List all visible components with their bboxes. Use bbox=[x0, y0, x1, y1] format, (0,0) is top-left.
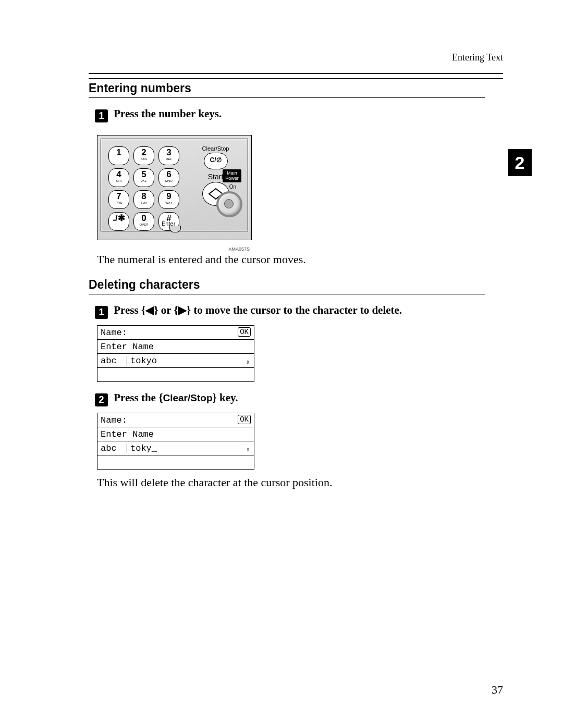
lcd-panel-2: Name: OK Enter Name abc toky_ ⇧ bbox=[97, 413, 254, 470]
shift-icon: ⇧ bbox=[246, 446, 250, 453]
step-badge-icon: 2 bbox=[95, 393, 108, 406]
keypad-bezel: 12ABC3DEF4GHI5JKL6MNO7PRS8TUV9WXY./✱0OPE… bbox=[101, 139, 248, 231]
lcd2-title: Name: bbox=[101, 415, 127, 425]
rule-top-thin bbox=[89, 78, 503, 79]
lcd2-row2: Enter Name bbox=[97, 427, 254, 441]
lcd1-value: tokyo bbox=[127, 356, 251, 366]
step2-2-post: key. bbox=[217, 391, 238, 404]
lcd2-row3: abc toky_ ⇧ bbox=[97, 441, 254, 455]
arrow-right-icon: ▶ bbox=[178, 304, 187, 316]
lcd1-row3: abc tokyo ⇧ bbox=[97, 354, 254, 368]
keypad-key: 6MNO bbox=[158, 168, 179, 187]
keypad-key: 1 bbox=[108, 146, 129, 165]
keypad-right-column: Clear/Stop C/∅ Start MainPower On bbox=[190, 145, 241, 226]
step2-1-post: to move the cursor to the character to d… bbox=[191, 304, 402, 316]
step-badge-icon: 1 bbox=[95, 109, 108, 122]
ok-badge: OK bbox=[238, 415, 251, 424]
lcd1-row2: Enter Name bbox=[97, 340, 254, 354]
lcd2-mode: abc bbox=[101, 443, 127, 453]
keypad-figure-wrap: 12ABC3DEF4GHI5JKL6MNO7PRS8TUV9WXY./✱0OPE… bbox=[89, 129, 252, 244]
lcd1-prompt: Enter Name bbox=[101, 342, 154, 352]
left-key-bracket: { bbox=[141, 304, 145, 316]
right-key-bracket: { bbox=[174, 304, 178, 316]
keypad-key: ./✱ bbox=[108, 212, 129, 231]
step-2-2: 2 Press the {Clear/Stop} key. bbox=[95, 391, 503, 406]
power-dial-icon bbox=[216, 191, 242, 217]
step-badge-icon: 1 bbox=[95, 306, 108, 319]
content: Entering numbers 1 Press the number keys… bbox=[89, 81, 503, 489]
arrow-left-icon: ◀ bbox=[145, 304, 154, 316]
running-head: Entering Text bbox=[452, 52, 503, 63]
rule-top-thick bbox=[89, 73, 503, 74]
step2-1-pre: Press bbox=[114, 304, 141, 316]
lcd1-title: Name: bbox=[101, 328, 127, 338]
figure-code: AMA057S bbox=[228, 246, 250, 252]
number-pad: 12ABC3DEF4GHI5JKL6MNO7PRS8TUV9WXY./✱0OPE… bbox=[108, 146, 184, 231]
lcd2-row1: Name: OK bbox=[97, 413, 254, 427]
step2-2-pre: Press the bbox=[114, 391, 158, 404]
step-2-1: 1 Press {◀} or {▶} to move the cursor to… bbox=[95, 304, 503, 319]
chapter-tab: 2 bbox=[508, 149, 532, 176]
lcd2-prompt: Enter Name bbox=[101, 429, 154, 439]
lcd2-value: toky_ bbox=[127, 443, 251, 453]
main-power-badge: MainPower bbox=[223, 169, 241, 182]
bezel-notch bbox=[169, 226, 181, 232]
clear-stop-key-name: Clear/Stop bbox=[163, 392, 212, 403]
lcd1-mode: abc bbox=[101, 356, 127, 366]
clear-stop-label: Clear/Stop bbox=[190, 145, 241, 152]
section2-result: This will delete the character at the cu… bbox=[97, 476, 503, 489]
keypad-key: 5JKL bbox=[133, 168, 154, 187]
lcd1-row1: Name: OK bbox=[97, 326, 254, 340]
keypad-key: 8TUV bbox=[133, 190, 154, 209]
section-entering-numbers-title: Entering numbers bbox=[89, 81, 485, 98]
step-1a-text: Press the number keys. bbox=[114, 107, 222, 120]
left-key-bracket-close: } bbox=[154, 304, 158, 316]
section1-result: The numeral is entered and the cursor mo… bbox=[97, 253, 503, 266]
keypad-key: 4GHI bbox=[108, 168, 129, 187]
shift-icon: ⇧ bbox=[246, 358, 250, 366]
page: Entering Text 2 Entering numbers 1 Press… bbox=[0, 0, 563, 728]
on-label: On bbox=[229, 184, 236, 190]
step-1a: 1 Press the number keys. bbox=[95, 107, 503, 122]
ok-badge: OK bbox=[238, 327, 251, 337]
lcd-panel-1: Name: OK Enter Name abc tokyo ⇧ bbox=[97, 325, 254, 382]
clear-stop-button: C/∅ bbox=[204, 153, 228, 169]
keypad-key: 3DEF bbox=[158, 146, 179, 165]
keypad-key: 2ABC bbox=[133, 146, 154, 165]
lcd1-row4 bbox=[97, 368, 254, 381]
page-number: 37 bbox=[492, 683, 503, 697]
step2-1-or: or bbox=[158, 304, 174, 316]
key-close-bracket: } bbox=[213, 391, 217, 404]
right-key-bracket-close: } bbox=[187, 304, 191, 316]
keypad-key: 9WXY bbox=[158, 190, 179, 209]
keypad-figure: 12ABC3DEF4GHI5JKL6MNO7PRS8TUV9WXY./✱0OPE… bbox=[97, 135, 252, 240]
lcd2-row4 bbox=[97, 455, 254, 469]
keypad-key: 0OPER bbox=[133, 212, 154, 231]
keypad-key: 7PRS bbox=[108, 190, 129, 209]
section-deleting-chars-title: Deleting characters bbox=[89, 278, 485, 294]
